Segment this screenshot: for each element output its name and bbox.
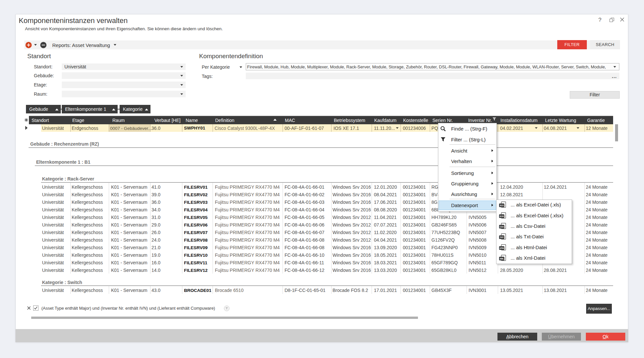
svg-text:TXT: TXT	[500, 236, 504, 238]
svg-text:XLS: XLS	[500, 204, 504, 206]
svg-text:XML: XML	[500, 258, 504, 260]
svg-text:CSV: CSV	[500, 226, 504, 228]
svg-text:HTM: HTM	[500, 247, 504, 249]
svg-text:XLSX: XLSX	[499, 215, 504, 217]
